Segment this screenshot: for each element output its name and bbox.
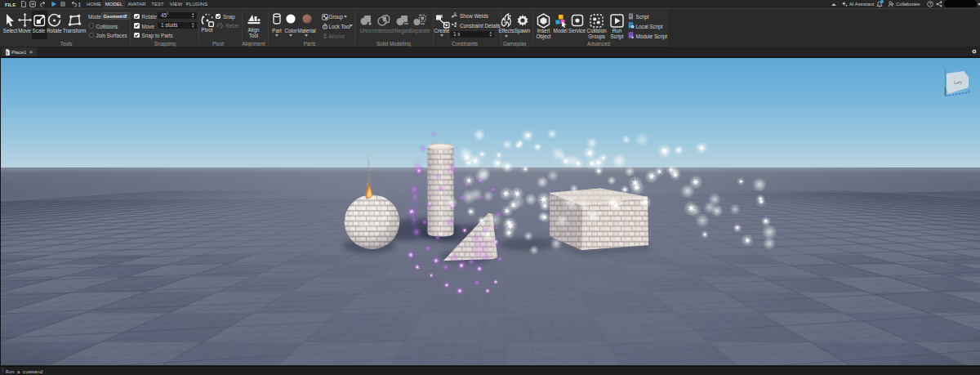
svg-text:Left: Left (954, 80, 962, 85)
svg-text:?: ? (929, 2, 932, 7)
